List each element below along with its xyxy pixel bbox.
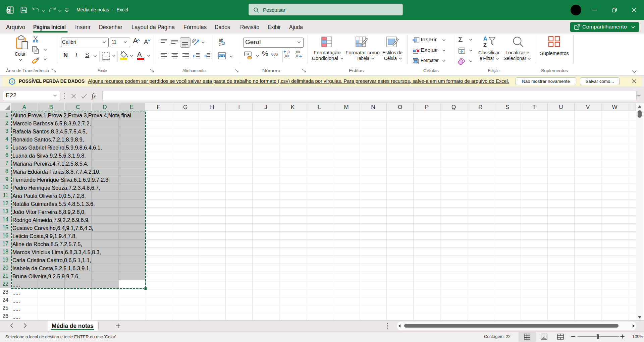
svg-text:A: A [483, 36, 487, 42]
svg-text:,0: ,0 [287, 50, 290, 54]
svg-text:,: , [274, 55, 275, 58]
svg-text:,00: ,00 [295, 50, 300, 54]
svg-text:c: c [219, 42, 221, 47]
svg-text:Z: Z [483, 42, 487, 48]
svg-text:,0: ,0 [295, 54, 298, 58]
svg-text:,00: ,00 [284, 54, 289, 58]
